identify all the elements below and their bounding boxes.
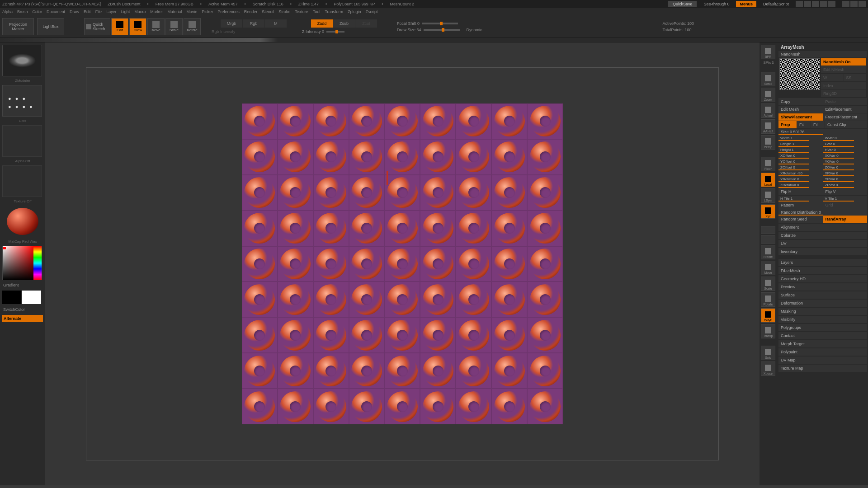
htile-slider[interactable]: H Tile 1: [778, 196, 823, 202]
torus-instance[interactable]: [351, 284, 382, 315]
xyz-button[interactable]: Xyz: [761, 204, 775, 219]
yovar-slider[interactable]: YOVar 0: [823, 159, 868, 164]
nanomesh-subheader[interactable]: NanoMesh: [778, 51, 867, 57]
random-distribution-slider[interactable]: Random Distribution 0: [778, 209, 867, 216]
zrvar-slider[interactable]: ZRVar 0: [823, 182, 868, 188]
floor-button[interactable]: Floor: [761, 157, 775, 171]
showplacement-button[interactable]: ShowPlacement: [778, 113, 823, 121]
brush-thumb[interactable]: [2, 45, 42, 76]
torus-instance[interactable]: [494, 177, 525, 208]
rotate-view-button[interactable]: Rotate: [761, 292, 775, 307]
torus-instance[interactable]: [530, 391, 561, 422]
torus-instance[interactable]: [316, 284, 346, 315]
m-button[interactable]: M: [265, 19, 287, 28]
torus-instance[interactable]: [280, 356, 311, 386]
torus-instance[interactable]: [458, 320, 489, 351]
draw-size-slider[interactable]: [424, 29, 460, 31]
swatch-white[interactable]: [22, 291, 41, 304]
mrgb-button[interactable]: Mrgb: [221, 19, 242, 28]
menu-item[interactable]: Stencil: [262, 9, 274, 14]
copy-button[interactable]: Copy: [778, 98, 823, 105]
menu-item[interactable]: Transform: [325, 9, 343, 14]
panel-section[interactable]: Layers: [778, 259, 867, 266]
zoom-button[interactable]: Zoom: [761, 88, 775, 102]
default-script[interactable]: DefaultZScript: [763, 2, 789, 6]
torus-instance[interactable]: [316, 213, 346, 244]
rgb-button[interactable]: Rgb: [243, 19, 264, 28]
fit-button[interactable]: Fit: [797, 121, 811, 128]
prop-button[interactable]: Prop: [778, 121, 797, 128]
randomseed-button[interactable]: Random Seed: [778, 216, 823, 223]
torus-instance[interactable]: [494, 320, 525, 351]
torus-instance[interactable]: [494, 249, 525, 279]
maximize-icon[interactable]: [850, 1, 858, 7]
length-slider[interactable]: Length 1: [778, 141, 823, 147]
torus-instance[interactable]: [387, 249, 418, 279]
move-view-button[interactable]: Move: [761, 261, 775, 275]
stroke-thumb[interactable]: [2, 85, 42, 117]
panel-section[interactable]: Deformation: [778, 300, 867, 307]
zoffset-slider[interactable]: ZOffset 0: [778, 164, 823, 170]
torus-instance[interactable]: [351, 177, 382, 208]
swatch-black[interactable]: [2, 291, 21, 304]
edit-button[interactable]: Edit: [111, 18, 128, 35]
layout-icon[interactable]: [804, 1, 811, 7]
persp-button[interactable]: Persp: [761, 135, 775, 150]
z-intensity-label[interactable]: Z Intensity 0: [302, 29, 324, 34]
torus-instance[interactable]: [244, 284, 275, 315]
close-icon[interactable]: [859, 1, 866, 7]
torus-instance[interactable]: [244, 356, 275, 386]
menu-item[interactable]: Light: [121, 9, 130, 14]
torus-instance[interactable]: [316, 106, 346, 136]
torus-instance[interactable]: [423, 177, 453, 208]
seethrough-slider[interactable]: See-through 0: [703, 2, 729, 6]
torus-instance[interactable]: [387, 213, 418, 244]
canvas[interactable]: [45, 42, 760, 485]
uv-section[interactable]: UV: [778, 240, 867, 247]
scroll-button[interactable]: Scroll: [761, 72, 775, 86]
torus-instance[interactable]: [387, 320, 418, 351]
torus-instance[interactable]: [458, 356, 489, 386]
menu-item[interactable]: Tool: [313, 9, 321, 14]
xrvar-slider[interactable]: XRVar 0: [823, 170, 868, 176]
minimize-icon[interactable]: [842, 1, 849, 7]
size-slider[interactable]: Size 0.50176: [778, 129, 867, 135]
quicksketch-button[interactable]: Quick Sketch: [84, 18, 110, 35]
zcut-button[interactable]: Zcut: [355, 19, 377, 28]
xoffset-slider[interactable]: XOffset 0: [778, 153, 823, 159]
menu-item[interactable]: Layer: [106, 9, 117, 14]
torus-instance[interactable]: [458, 213, 489, 244]
flipv-button[interactable]: Flip V: [823, 188, 868, 195]
torus-instance[interactable]: [351, 391, 382, 422]
lvar-slider[interactable]: LVar 0: [823, 141, 868, 147]
material-thumb[interactable]: [7, 208, 38, 235]
torus-instance[interactable]: [244, 320, 275, 351]
menu-item[interactable]: Texture: [295, 9, 308, 14]
menu-item[interactable]: Color: [33, 9, 42, 14]
frame-button[interactable]: Frame: [761, 245, 775, 259]
quicksave-button[interactable]: QuickSave: [668, 1, 697, 7]
torus-instance[interactable]: [316, 141, 346, 172]
transp-button[interactable]: Transp: [761, 324, 775, 338]
editplacement-button[interactable]: EditPlacement: [823, 106, 868, 113]
torus-instance[interactable]: [423, 106, 453, 136]
menus-button[interactable]: Menus: [736, 1, 756, 7]
torus-instance[interactable]: [494, 141, 525, 172]
alternate-button[interactable]: Alternate: [2, 315, 43, 322]
local-button[interactable]: Local: [761, 173, 775, 187]
torus-instance[interactable]: [494, 284, 525, 315]
hvar-slider[interactable]: HVar 0: [823, 147, 868, 153]
focal-shift-label[interactable]: Focal Shift 0: [397, 21, 420, 26]
menu-item[interactable]: Zscript: [366, 9, 378, 14]
inventory-section[interactable]: Inventory: [778, 248, 867, 255]
xrotation-slider[interactable]: XRotation -90: [778, 170, 823, 176]
menu-item[interactable]: File: [95, 9, 102, 14]
layout-icon[interactable]: [812, 1, 819, 7]
torus-instance[interactable]: [530, 177, 561, 208]
zrotation-slider[interactable]: ZRotation 0: [778, 182, 823, 188]
panel-section[interactable]: Morph Target: [778, 340, 867, 347]
menu-item[interactable]: Stroke: [278, 9, 290, 14]
torus-instance[interactable]: [387, 177, 418, 208]
torus-instance[interactable]: [458, 141, 489, 172]
torus-instance[interactable]: [280, 106, 311, 136]
